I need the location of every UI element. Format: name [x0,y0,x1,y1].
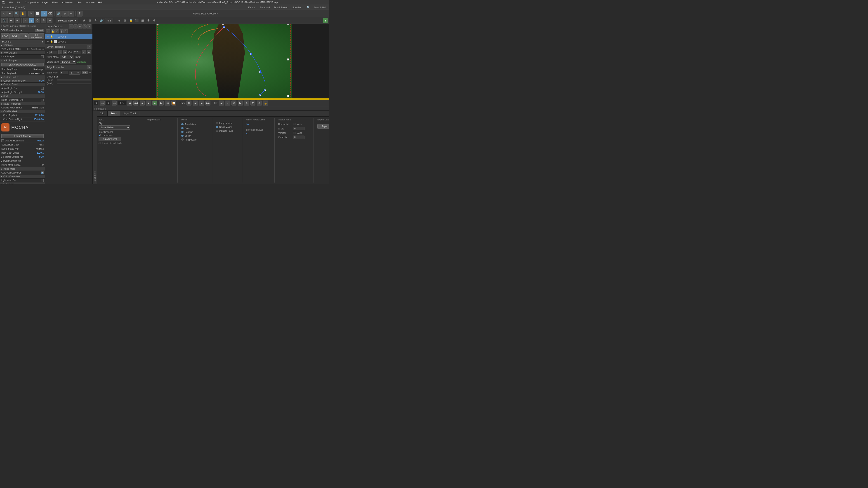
play-fwd-btn[interactable]: ▶ [159,101,164,105]
mocha-b-btn[interactable]: B [323,18,328,23]
selected-layer-dropdown[interactable]: Selected layer ▾ [56,18,79,23]
menu-composition[interactable]: Composition [25,1,39,4]
large-motion-checkbox[interactable]: Large Motion [216,122,239,125]
text-tool-btn[interactable]: T [76,11,83,17]
view-options-section[interactable]: ▸ View Options [0,51,45,55]
launch-mocha-btn[interactable]: Launch Mocha [1,134,43,138]
lock-sample-checkbox[interactable] [41,55,43,58]
track-tab[interactable]: Track [107,111,120,116]
reset-btn[interactable]: Reset [35,29,44,32]
prev-frame-btn[interactable]: ◀◀ [133,101,138,105]
layer-expand-btn[interactable]: ⬛ [64,29,68,33]
zoom-input[interactable] [293,135,305,139]
redo-btn[interactable]: ↪ [15,18,20,23]
settings-icon[interactable]: ⚙ [152,18,157,23]
color-correction-on-checkbox[interactable] [41,171,43,174]
click-to-auto-analyze-btn[interactable]: CLICK TO AUTO ANALYZE [1,63,43,66]
light-wrap-on-checkbox[interactable] [41,179,43,182]
opacity-input[interactable] [105,18,113,23]
matte-refinement-section[interactable]: ▸ Matte Refinement [0,102,45,106]
compare-section[interactable]: ▸ Compare [0,43,45,47]
freehand-btn[interactable]: ✎ [41,18,46,23]
out-frame-input[interactable] [73,51,81,54]
menu-file[interactable]: File [9,1,13,4]
color-a-icon[interactable]: A [82,18,87,23]
auto-analyze-section[interactable]: ▾ Auto Analyze [0,59,45,62]
horizontal-auto-checkbox[interactable] [293,123,296,125]
in-prev-btn[interactable]: ◀ [63,50,67,54]
stop-btn[interactable]: ■ [146,101,151,105]
luminance-radio[interactable]: Luminance [98,134,139,136]
lock-icon[interactable]: 🔒 [128,18,133,23]
inside-mask-section[interactable]: ▸ Inside Mask [0,167,45,171]
light-wrap-section[interactable]: ▸ Light Wrap [0,183,45,184]
custom-transparency-section[interactable]: ▸ Custom Transparency 0.00 [0,79,45,83]
clip-dropdown[interactable]: Layer Below Current Layer [98,125,130,130]
track-fwd-btn[interactable]: ▶▶ [206,101,211,105]
edge-width-set-btn[interactable]: Set [82,71,88,74]
layer-settings-btn[interactable]: ⚙ [83,24,87,29]
magnet-btn[interactable]: ⊕ [47,18,53,23]
custom-spill-section[interactable]: ▸ Custom Spill 00 [0,75,45,79]
grid-icon[interactable]: ⊞ [123,18,127,23]
toggle-icon[interactable]: ⊞ [88,18,92,23]
grid2-icon[interactable]: ▦ [140,18,145,23]
puppet-tool-btn[interactable]: ⊕ [62,11,68,17]
adjust-track-tab[interactable]: AdjustTrack [120,111,140,116]
loop-btn[interactable]: 🔁 [171,101,176,105]
prev-keyframe-btn[interactable]: ⬦◀ [100,101,105,105]
shear-checkbox[interactable]: Shear [181,135,209,137]
menu-animation[interactable]: Animation [62,1,73,4]
step-back-btn[interactable]: ⏮ [127,101,132,105]
track-settings-btn[interactable]: ⚙ [186,101,191,105]
small-motion-checkbox[interactable]: Small Motion [216,126,239,128]
layer-close-btn[interactable]: ✕ [87,24,91,29]
spill-section[interactable]: ▸ Spill [0,94,45,98]
edge-width-input[interactable] [60,71,68,74]
layer-dupe-btn[interactable]: ⊕ [78,24,82,29]
use-ae-host-mask-checkbox[interactable] [1,139,4,142]
custom-detail-section[interactable]: ▸ Custom Detail [0,83,45,86]
key-next-btn[interactable]: ▶ [238,101,243,105]
play-btn[interactable]: ▶ [152,101,157,105]
track-next-btn[interactable]: ▶ [199,101,204,105]
arrow-tool-btn[interactable]: ↗ [41,11,47,17]
link-to-track-dropdown[interactable]: Layer 2 Layer 1 None [60,60,76,64]
track-prev-btn[interactable]: ◀ [193,101,198,105]
layer-copy-btn[interactable]: ⧉ [55,29,59,33]
workspace-standard[interactable]: Standard [260,6,270,9]
key-expand-btn[interactable]: ⊞ [250,101,255,105]
blend-mode-dropdown[interactable]: Add Normal Screen [60,55,73,59]
menu-layer[interactable]: Layer [42,1,49,4]
back-btn[interactable]: ◀ [140,101,145,105]
move-tool-btn[interactable]: ✥ [7,11,13,17]
link-icon[interactable]: 🔗 [99,18,104,23]
hand-tool-btn[interactable]: ✋ [20,11,26,17]
perspective-checkbox[interactable]: Perspective [181,138,209,141]
render-icon[interactable]: ⚙ [146,18,151,23]
phase-slider[interactable] [57,79,91,81]
rect-tool-btn[interactable]: ⬜ [35,11,40,17]
layer-view-btn[interactable]: 👁 [46,29,50,33]
in-keyframe-btn[interactable]: ⬦ [58,50,62,54]
edge-width-plus-btn[interactable]: + [89,71,91,74]
select-tool-btn[interactable]: ↖ [1,11,7,17]
load-btn[interactable]: LOAD [1,33,10,39]
layer-trash-btn[interactable]: 🗑 [60,29,64,33]
workspace-default[interactable]: Default [248,6,256,9]
zoom-tool-btn[interactable]: 🔍 [13,11,20,17]
quality-slider[interactable] [57,83,91,84]
link-tool-btn[interactable]: 🔗 [56,11,61,17]
pen-tool-btn[interactable]: ✎ [28,11,34,17]
key-del-btn[interactable]: ⊖ [231,101,237,105]
clip-tab[interactable]: Clip [97,111,107,116]
key-link-btn[interactable]: A [257,101,262,105]
key-prev-btn[interactable]: ◀ [219,101,224,105]
translation-checkbox[interactable]: Translation [181,123,209,126]
spline-controls-icon[interactable]: ◈ [117,18,122,23]
vertical-auto-checkbox[interactable] [293,132,296,134]
step-fwd-btn[interactable]: ⏭ [165,101,170,105]
save-btn[interactable]: SAVE [10,33,19,39]
key-settings-btn[interactable]: ⚙ [244,101,249,105]
menu-help[interactable]: Help [98,1,103,4]
